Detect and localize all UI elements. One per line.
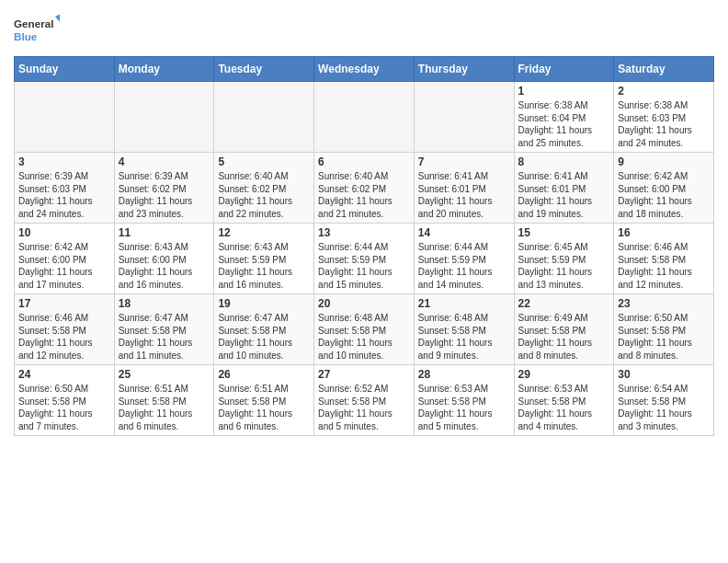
day-number: 21 — [418, 297, 510, 310]
day-number: 10 — [18, 226, 110, 239]
day-cell: 27Sunrise: 6:52 AM Sunset: 5:58 PM Dayli… — [314, 365, 415, 436]
day-number: 7 — [418, 155, 510, 168]
col-header-monday: Monday — [114, 57, 214, 82]
day-cell: 21Sunrise: 6:48 AM Sunset: 5:58 PM Dayli… — [414, 294, 514, 365]
day-cell: 16Sunrise: 6:46 AM Sunset: 5:58 PM Dayli… — [614, 224, 714, 294]
day-info: Sunrise: 6:47 AM Sunset: 5:58 PM Dayligh… — [218, 312, 310, 362]
day-number: 28 — [418, 368, 510, 381]
day-number: 2 — [618, 85, 710, 98]
svg-text:General: General — [14, 17, 53, 29]
day-number: 16 — [618, 226, 710, 239]
day-info: Sunrise: 6:41 AM Sunset: 6:01 PM Dayligh… — [518, 170, 610, 220]
day-info: Sunrise: 6:44 AM Sunset: 5:59 PM Dayligh… — [418, 241, 510, 291]
day-number: 3 — [18, 155, 110, 168]
day-info: Sunrise: 6:51 AM Sunset: 5:58 PM Dayligh… — [119, 383, 210, 432]
day-cell: 30Sunrise: 6:54 AM Sunset: 5:58 PM Dayli… — [614, 365, 714, 436]
day-number: 4 — [119, 155, 210, 168]
header-row: General Blue — [14, 9, 714, 51]
day-cell: 14Sunrise: 6:44 AM Sunset: 5:59 PM Dayli… — [414, 224, 514, 294]
day-cell: 13Sunrise: 6:44 AM Sunset: 5:59 PM Dayli… — [314, 224, 415, 294]
day-cell: 7Sunrise: 6:41 AM Sunset: 6:01 PM Daylig… — [414, 153, 514, 224]
day-info: Sunrise: 6:43 AM Sunset: 6:00 PM Dayligh… — [119, 241, 210, 291]
day-info: Sunrise: 6:43 AM Sunset: 5:59 PM Dayligh… — [218, 241, 310, 291]
day-cell: 2Sunrise: 6:38 AM Sunset: 6:03 PM Daylig… — [614, 82, 714, 153]
day-info: Sunrise: 6:49 AM Sunset: 5:58 PM Dayligh… — [518, 312, 610, 362]
day-info: Sunrise: 6:41 AM Sunset: 6:01 PM Dayligh… — [418, 170, 510, 220]
day-cell: 19Sunrise: 6:47 AM Sunset: 5:58 PM Dayli… — [214, 294, 314, 365]
day-cell: 3Sunrise: 6:39 AM Sunset: 6:03 PM Daylig… — [15, 153, 115, 224]
day-number: 14 — [418, 226, 510, 239]
day-info: Sunrise: 6:48 AM Sunset: 5:58 PM Dayligh… — [318, 312, 410, 362]
day-number: 8 — [518, 155, 610, 168]
day-cell: 28Sunrise: 6:53 AM Sunset: 5:58 PM Dayli… — [414, 365, 514, 436]
day-info: Sunrise: 6:51 AM Sunset: 5:58 PM Dayligh… — [218, 383, 310, 432]
col-header-saturday: Saturday — [614, 57, 714, 82]
day-info: Sunrise: 6:54 AM Sunset: 5:58 PM Dayligh… — [618, 383, 710, 432]
day-info: Sunrise: 6:46 AM Sunset: 5:58 PM Dayligh… — [618, 241, 710, 291]
day-info: Sunrise: 6:42 AM Sunset: 6:00 PM Dayligh… — [618, 170, 710, 220]
day-cell — [214, 82, 314, 153]
day-cell: 18Sunrise: 6:47 AM Sunset: 5:58 PM Dayli… — [114, 294, 214, 365]
day-cell — [15, 82, 115, 153]
day-number: 15 — [518, 226, 610, 239]
week-row-3: 10Sunrise: 6:42 AM Sunset: 6:00 PM Dayli… — [15, 224, 714, 294]
day-info: Sunrise: 6:53 AM Sunset: 5:58 PM Dayligh… — [418, 383, 510, 432]
day-cell: 9Sunrise: 6:42 AM Sunset: 6:00 PM Daylig… — [614, 153, 714, 224]
logo-svg: General Blue — [14, 9, 60, 51]
day-info: Sunrise: 6:53 AM Sunset: 5:58 PM Dayligh… — [518, 383, 610, 432]
day-number: 19 — [218, 297, 310, 310]
svg-text:Blue: Blue — [14, 30, 38, 42]
day-cell: 6Sunrise: 6:40 AM Sunset: 6:02 PM Daylig… — [314, 153, 415, 224]
day-info: Sunrise: 6:40 AM Sunset: 6:02 PM Dayligh… — [218, 170, 310, 220]
day-cell: 25Sunrise: 6:51 AM Sunset: 5:58 PM Dayli… — [114, 365, 214, 436]
calendar-container: General Blue SundayMondayTuesdayWednesda… — [0, 0, 728, 445]
col-header-thursday: Thursday — [414, 57, 514, 82]
day-cell: 4Sunrise: 6:39 AM Sunset: 6:02 PM Daylig… — [114, 153, 214, 224]
day-cell: 22Sunrise: 6:49 AM Sunset: 5:58 PM Dayli… — [514, 294, 614, 365]
day-cell — [314, 82, 415, 153]
day-cell: 15Sunrise: 6:45 AM Sunset: 5:59 PM Dayli… — [514, 224, 614, 294]
day-number: 11 — [119, 226, 210, 239]
day-number: 18 — [119, 297, 210, 310]
day-number: 27 — [318, 368, 410, 381]
week-row-5: 24Sunrise: 6:50 AM Sunset: 5:58 PM Dayli… — [15, 365, 714, 436]
calendar-table: SundayMondayTuesdayWednesdayThursdayFrid… — [14, 56, 714, 436]
col-header-tuesday: Tuesday — [214, 57, 314, 82]
day-info: Sunrise: 6:47 AM Sunset: 5:58 PM Dayligh… — [119, 312, 210, 362]
day-cell: 26Sunrise: 6:51 AM Sunset: 5:58 PM Dayli… — [214, 365, 314, 436]
day-cell — [114, 82, 214, 153]
day-number: 12 — [218, 226, 310, 239]
day-info: Sunrise: 6:50 AM Sunset: 5:58 PM Dayligh… — [18, 383, 110, 432]
day-info: Sunrise: 6:50 AM Sunset: 5:58 PM Dayligh… — [618, 312, 710, 362]
day-number: 24 — [18, 368, 110, 381]
week-row-2: 3Sunrise: 6:39 AM Sunset: 6:03 PM Daylig… — [15, 153, 714, 224]
day-info: Sunrise: 6:48 AM Sunset: 5:58 PM Dayligh… — [418, 312, 510, 362]
day-info: Sunrise: 6:38 AM Sunset: 6:04 PM Dayligh… — [518, 99, 610, 149]
day-cell: 10Sunrise: 6:42 AM Sunset: 6:00 PM Dayli… — [15, 224, 115, 294]
day-cell: 11Sunrise: 6:43 AM Sunset: 6:00 PM Dayli… — [114, 224, 214, 294]
day-number: 30 — [618, 368, 710, 381]
day-info: Sunrise: 6:52 AM Sunset: 5:58 PM Dayligh… — [318, 383, 410, 432]
week-row-1: 1Sunrise: 6:38 AM Sunset: 6:04 PM Daylig… — [15, 82, 714, 153]
week-row-4: 17Sunrise: 6:46 AM Sunset: 5:58 PM Dayli… — [15, 294, 714, 365]
day-number: 5 — [218, 155, 310, 168]
day-number: 22 — [518, 297, 610, 310]
day-info: Sunrise: 6:42 AM Sunset: 6:00 PM Dayligh… — [18, 241, 110, 291]
day-number: 20 — [318, 297, 410, 310]
day-info: Sunrise: 6:39 AM Sunset: 6:02 PM Dayligh… — [119, 170, 210, 220]
day-cell: 24Sunrise: 6:50 AM Sunset: 5:58 PM Dayli… — [15, 365, 115, 436]
col-header-friday: Friday — [514, 57, 614, 82]
day-info: Sunrise: 6:46 AM Sunset: 5:58 PM Dayligh… — [18, 312, 110, 362]
day-cell: 12Sunrise: 6:43 AM Sunset: 5:59 PM Dayli… — [214, 224, 314, 294]
day-number: 9 — [618, 155, 710, 168]
day-cell: 1Sunrise: 6:38 AM Sunset: 6:04 PM Daylig… — [514, 82, 614, 153]
day-number: 13 — [318, 226, 410, 239]
day-number: 1 — [518, 85, 610, 98]
day-number: 23 — [618, 297, 710, 310]
day-cell: 17Sunrise: 6:46 AM Sunset: 5:58 PM Dayli… — [15, 294, 115, 365]
col-header-sunday: Sunday — [15, 57, 115, 82]
day-number: 25 — [119, 368, 210, 381]
day-info: Sunrise: 6:45 AM Sunset: 5:59 PM Dayligh… — [518, 241, 610, 291]
day-number: 17 — [18, 297, 110, 310]
day-number: 6 — [318, 155, 410, 168]
